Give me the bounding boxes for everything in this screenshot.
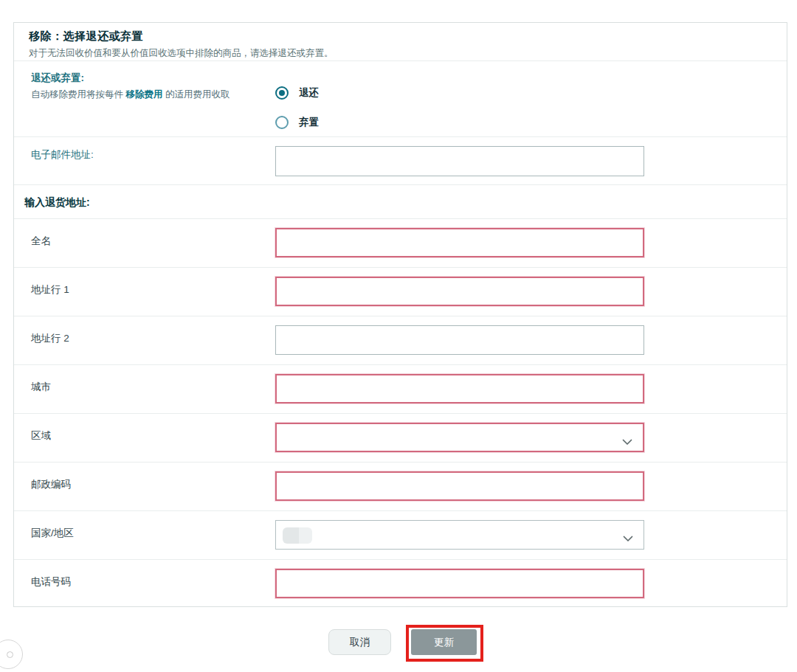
city-input[interactable] <box>275 374 644 403</box>
address-line-1-input[interactable] <box>275 277 644 306</box>
radio-return-icon[interactable] <box>275 86 289 100</box>
field-label: 邮政编码 <box>31 471 275 510</box>
full-name-input[interactable] <box>275 228 644 257</box>
form-row-country: 国家/地区 <box>14 510 787 559</box>
email-row: 电子邮件地址: <box>14 136 787 184</box>
note-suffix: 的适用费用收取 <box>162 89 230 100</box>
form-row-phone-number: 电话号码 <box>14 559 787 608</box>
postal-code-input[interactable] <box>275 471 644 501</box>
address-section-row: 输入退货地址: <box>14 184 787 218</box>
email-input[interactable] <box>275 146 644 176</box>
chevron-down-icon <box>622 435 632 448</box>
return-or-dispose-label: 退还或弃置: <box>31 72 275 85</box>
radio-dispose-label: 弃置 <box>299 116 319 129</box>
address-section-title: 输入退货地址: <box>24 196 90 218</box>
removal-form-panel: 移除：选择退还或弃置 对于无法回收价值和要从价值回收选项中排除的商品，请选择退还… <box>13 22 787 607</box>
field-label: 国家/地区 <box>31 520 275 559</box>
field-label: 电话号码 <box>31 569 275 608</box>
page-subtitle: 对于无法回收价值和要从价值回收选项中排除的商品，请选择退还或弃置。 <box>29 47 772 60</box>
cancel-button[interactable]: 取消 <box>328 629 391 655</box>
field-label: 全名 <box>31 228 275 267</box>
radio-option-return[interactable]: 退还 <box>275 86 319 100</box>
radio-return-label: 退还 <box>299 86 319 100</box>
form-row-full-name: 全名 <box>14 218 787 267</box>
email-label: 电子邮件地址: <box>31 146 275 184</box>
removal-fee-link[interactable]: 移除费用 <box>125 89 162 100</box>
return-or-dispose-row: 退还或弃置: 自动移除费用将按每件 移除费用 的适用费用收取 退还 弃置 <box>14 60 787 136</box>
removal-fee-note: 自动移除费用将按每件 移除费用 的适用费用收取 <box>31 89 275 101</box>
return-or-dispose-label-block: 退还或弃置: 自动移除费用将按每件 移除费用 的适用费用收取 <box>31 72 275 136</box>
form-row-address-line-1: 地址行 1 <box>14 267 787 316</box>
form-header: 移除：选择退还或弃置 对于无法回收价值和要从价值回收选项中排除的商品，请选择退还… <box>14 23 787 60</box>
redacted-country-value <box>283 527 312 544</box>
field-label: 地址行 2 <box>31 325 275 364</box>
address-line-2-input[interactable] <box>275 325 644 355</box>
chevron-down-icon <box>623 532 633 545</box>
note-prefix: 自动移除费用将按每件 <box>31 89 125 100</box>
radio-dispose-icon[interactable] <box>275 116 289 129</box>
field-label: 城市 <box>31 374 275 413</box>
radio-option-dispose[interactable]: 弃置 <box>275 116 319 129</box>
form-row-city: 城市 <box>14 364 787 413</box>
cursor-indicator-icon <box>0 640 23 669</box>
form-row-address-line-2: 地址行 2 <box>14 316 787 364</box>
country-select[interactable] <box>275 520 644 550</box>
field-label: 区域 <box>31 423 275 462</box>
form-row-region: 区域 <box>14 413 787 462</box>
radio-group: 退还 弃置 <box>275 72 319 136</box>
update-button[interactable]: 更新 <box>411 629 477 655</box>
field-label: 地址行 1 <box>31 277 275 316</box>
form-row-postal-code: 邮政编码 <box>14 462 787 510</box>
page-title: 移除：选择退还或弃置 <box>29 30 772 44</box>
phone-number-input[interactable] <box>275 569 644 598</box>
region-select[interactable] <box>275 423 644 452</box>
